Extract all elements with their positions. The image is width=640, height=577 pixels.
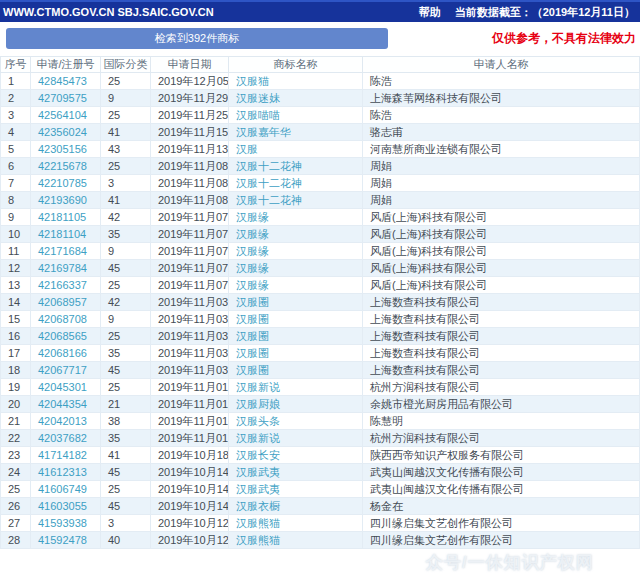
intl-class-cell: 45	[101, 362, 151, 379]
application-number-link[interactable]: 42305156	[31, 141, 101, 158]
applicant-name-cell: 余姚市橙光厨房用品有限公司	[363, 396, 640, 413]
trademark-name-link[interactable]: 汉服十二花神	[229, 158, 363, 175]
table-row: 2441612313452019年10月14日汉服武夷武夷山闽越汉文化传播有限公…	[1, 464, 640, 481]
column-header-0: 序号	[1, 57, 31, 73]
trademark-name-link[interactable]: 汉服喵喵	[229, 107, 363, 124]
application-number-link[interactable]: 41593938	[31, 515, 101, 532]
table-row: 942181105422019年11月07日汉服缘风盾(上海)科技有限公司	[1, 209, 640, 226]
table-row: 642215678252019年11月08日汉服十二花神周娟	[1, 158, 640, 175]
applicant-name-cell: 上海数查科技有限公司	[363, 345, 640, 362]
table-row: 442356024412019年11月15日汉服嘉年华骆志甫	[1, 124, 640, 141]
trademark-name-link[interactable]: 汉服缘	[229, 243, 363, 260]
application-number-link[interactable]: 42210785	[31, 175, 101, 192]
trademark-name-link[interactable]: 汉服新说	[229, 379, 363, 396]
serial-cell: 1	[1, 73, 31, 90]
application-number-link[interactable]: 42044354	[31, 396, 101, 413]
applicant-name-cell: 周娟	[363, 175, 640, 192]
application-number-link[interactable]: 42068708	[31, 311, 101, 328]
trademark-name-link[interactable]: 汉服长安	[229, 447, 363, 464]
trademark-name-link[interactable]: 汉服嘉年华	[229, 124, 363, 141]
application-number-link[interactable]: 41612313	[31, 464, 101, 481]
application-number-link[interactable]: 42166337	[31, 277, 101, 294]
application-number-link[interactable]: 42045301	[31, 379, 101, 396]
trademark-name-link[interactable]: 汉服武夷	[229, 464, 363, 481]
trademark-name-link[interactable]: 汉服熊猫	[229, 515, 363, 532]
application-number-link[interactable]: 42068565	[31, 328, 101, 345]
serial-cell: 12	[1, 260, 31, 277]
serial-cell: 28	[1, 532, 31, 549]
application-number-link[interactable]: 41606749	[31, 481, 101, 498]
serial-cell: 19	[1, 379, 31, 396]
applicant-name-cell: 陈浩	[363, 73, 640, 90]
toolbar: 检索到392件商标 仅供参考，不具有法律效力	[0, 28, 640, 49]
application-number-link[interactable]: 42042013	[31, 413, 101, 430]
table-row: 1242169784452019年11月07日汉服缘风盾(上海)科技有限公司	[1, 260, 640, 277]
applicant-name-cell: 杨金在	[363, 498, 640, 515]
intl-class-cell: 45	[101, 260, 151, 277]
application-number-link[interactable]: 42193690	[31, 192, 101, 209]
application-number-link[interactable]: 42215678	[31, 158, 101, 175]
application-number-link[interactable]: 41592478	[31, 532, 101, 549]
trademark-name-link[interactable]: 汉服新说	[229, 430, 363, 447]
intl-class-cell: 25	[101, 158, 151, 175]
application-date-cell: 2019年11月07日	[151, 243, 229, 260]
trademark-name-link[interactable]: 汉服圈	[229, 328, 363, 345]
intl-class-cell: 41	[101, 124, 151, 141]
application-number-link[interactable]: 42564104	[31, 107, 101, 124]
trademark-name-link[interactable]: 汉服猫	[229, 73, 363, 90]
trademark-name-link[interactable]: 汉服圈	[229, 362, 363, 379]
trademark-name-link[interactable]: 汉服缘	[229, 226, 363, 243]
application-number-link[interactable]: 42181105	[31, 209, 101, 226]
data-as-of-label: 当前数据截至：（2019年12月11日）	[455, 5, 635, 20]
trademark-name-link[interactable]: 汉服厨娘	[229, 396, 363, 413]
application-number-link[interactable]: 42709575	[31, 90, 101, 107]
trademark-name-link[interactable]: 汉服十二花神	[229, 192, 363, 209]
trademark-name-link[interactable]: 汉服头条	[229, 413, 363, 430]
trademark-name-link[interactable]: 汉服衣橱	[229, 498, 363, 515]
trademark-name-link[interactable]: 汉服圈	[229, 345, 363, 362]
trademark-name-link[interactable]: 汉服缘	[229, 260, 363, 277]
trademark-name-link[interactable]: 汉服迷妹	[229, 90, 363, 107]
table-row: 74221078532019年11月08日汉服十二花神周娟	[1, 175, 640, 192]
intl-class-cell: 3	[101, 515, 151, 532]
application-date-cell: 2019年10月14日	[151, 481, 229, 498]
application-date-cell: 2019年11月03日	[151, 294, 229, 311]
serial-cell: 23	[1, 447, 31, 464]
application-date-cell: 2019年11月03日	[151, 328, 229, 345]
application-date-cell: 2019年11月07日	[151, 226, 229, 243]
application-number-link[interactable]: 42068166	[31, 345, 101, 362]
trademark-name-link[interactable]: 汉服熊猫	[229, 532, 363, 549]
application-number-link[interactable]: 42845473	[31, 73, 101, 90]
trademark-name-link[interactable]: 汉服缘	[229, 277, 363, 294]
application-date-cell: 2019年11月03日	[151, 311, 229, 328]
disclaimer-text: 仅供参考，不具有法律效力	[492, 30, 636, 47]
table-row: 142845473252019年12月05日汉服猫陈浩	[1, 73, 640, 90]
trademark-name-link[interactable]: 汉服缘	[229, 209, 363, 226]
intl-class-cell: 25	[101, 73, 151, 90]
serial-cell: 26	[1, 498, 31, 515]
column-header-2: 国际分类	[101, 57, 151, 73]
application-number-link[interactable]: 42067717	[31, 362, 101, 379]
help-link[interactable]: 帮助	[419, 5, 441, 20]
application-number-link[interactable]: 42169784	[31, 260, 101, 277]
application-number-link[interactable]: 42037682	[31, 430, 101, 447]
trademark-name-link[interactable]: 汉服圈	[229, 311, 363, 328]
trademark-name-link[interactable]: 汉服十二花神	[229, 175, 363, 192]
application-number-link[interactable]: 41603055	[31, 498, 101, 515]
intl-class-cell: 3	[101, 175, 151, 192]
intl-class-cell: 35	[101, 430, 151, 447]
trademark-name-link[interactable]: 汉服武夷	[229, 481, 363, 498]
application-number-link[interactable]: 42181104	[31, 226, 101, 243]
application-number-link[interactable]: 42356024	[31, 124, 101, 141]
trademark-name-link[interactable]: 汉服	[229, 141, 363, 158]
table-row: 1942045301252019年11月01日汉服新说杭州方润科技有限公司	[1, 379, 640, 396]
application-number-link[interactable]: 41714182	[31, 447, 101, 464]
application-number-link[interactable]: 42171684	[31, 243, 101, 260]
result-count-button[interactable]: 检索到392件商标	[6, 28, 388, 49]
applicant-name-cell: 风盾(上海)科技有限公司	[363, 209, 640, 226]
serial-cell: 25	[1, 481, 31, 498]
intl-class-cell: 41	[101, 447, 151, 464]
application-number-link[interactable]: 42068957	[31, 294, 101, 311]
trademark-name-link[interactable]: 汉服圈	[229, 294, 363, 311]
application-date-cell: 2019年11月01日	[151, 430, 229, 447]
